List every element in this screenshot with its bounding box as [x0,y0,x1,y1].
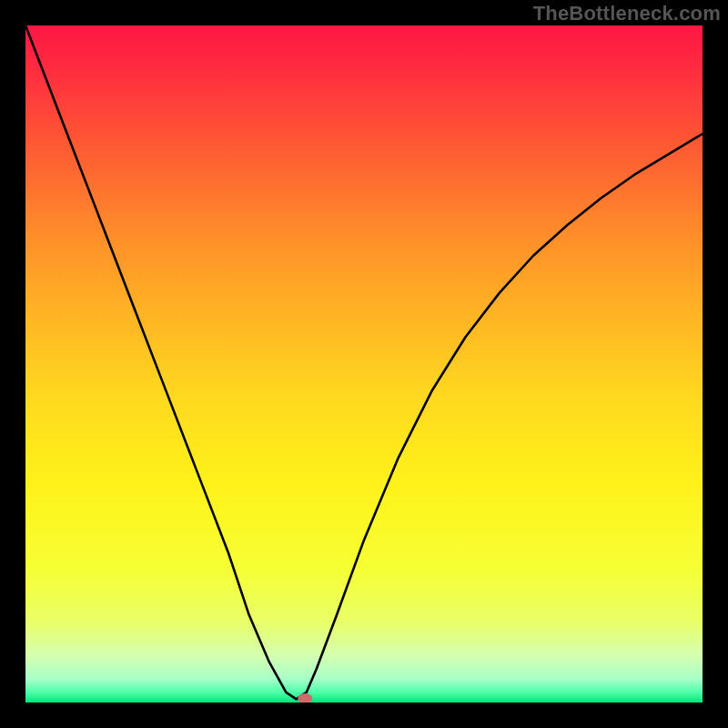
gradient-background [25,25,703,703]
chart-frame: TheBottleneck.com [0,0,728,728]
watermark-text: TheBottleneck.com [533,2,721,25]
chart-svg [25,25,703,703]
plot-area [25,25,703,703]
